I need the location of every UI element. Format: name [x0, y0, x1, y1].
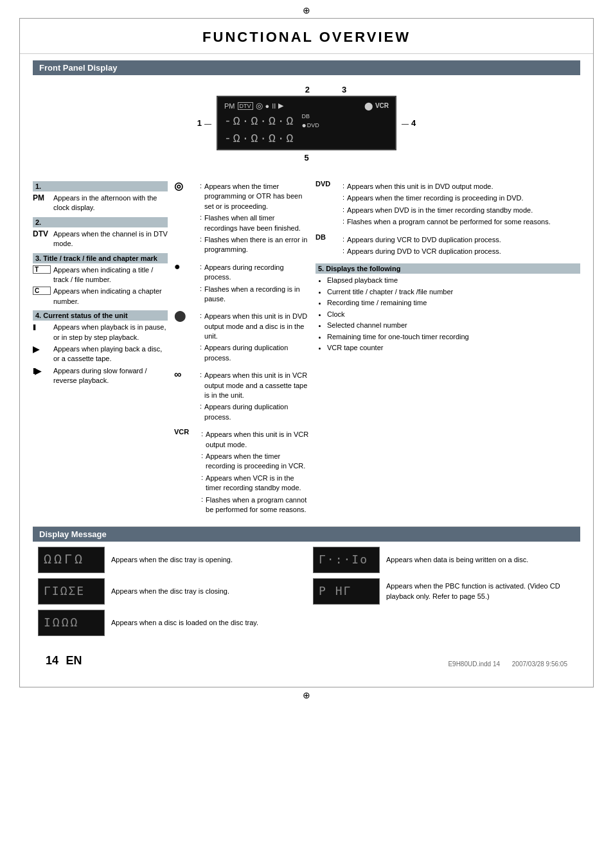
display-record-dot: ●: [265, 102, 270, 110]
load-display: ΙΩΩΩ: [38, 610, 105, 636]
timer-item-2: : Flashes when there is an error in prog…: [200, 235, 309, 255]
display-timer-icon: ◎: [256, 101, 263, 111]
diagram-container: 2 3 1 — PM DTV ◎ ●: [33, 75, 580, 172]
section-2-header: 2.: [33, 217, 168, 227]
reg-mark-bottom: ⊕: [0, 687, 613, 703]
db-row: DB : Appears during VCR to DVD duplicati…: [315, 233, 580, 259]
dvd-disc-row: ⬤ : Appears when this unit is in DVD out…: [174, 310, 309, 365]
load-seg-display: ΙΩΩΩ: [42, 612, 100, 630]
pause-desc: Appears when playback is in pause, or in…: [53, 323, 168, 342]
rec-item-1: : Flashes when a recording is in pause.: [200, 285, 309, 305]
dvd-desc-3: Flashes when a program cannot be perform…: [347, 217, 551, 227]
tape-desc-1: Appears during duplication process.: [204, 402, 309, 422]
list-item-5: Remaining time for one-touch timer recor…: [327, 332, 580, 342]
display-dvd: ●DVD: [301, 121, 319, 130]
label-1: 1: [197, 118, 202, 128]
list-item-4: Selected channel number: [327, 320, 580, 331]
pause-icon-label: II: [33, 323, 51, 332]
label-4: 4: [411, 118, 416, 128]
display-message-header: Display Message: [33, 527, 580, 542]
open-display: ΩΩΓΩ: [38, 547, 105, 573]
left-display-items: ΩΩΓΩ Appears when the disc tray is openi…: [38, 547, 300, 636]
list-item-1: Current title / chapter / track /file nu…: [327, 287, 580, 297]
dvd-desc-2: Appears when DVD is in the timer recordi…: [347, 206, 533, 215]
file-info: E9H80UD.indd 14 2007/03/28 9:56:05: [448, 660, 567, 668]
chapter-icon-desc: Appears when indicating a chapter number…: [53, 287, 168, 306]
data-seg-display: Γ·:·Ιo: [317, 549, 375, 567]
tape-icon-symbol: ∞: [174, 369, 192, 380]
file-date: 2007/03/28 9:56:05: [512, 660, 567, 668]
db-item-0: : Appears during VCR to DVD duplication …: [342, 235, 501, 245]
display-pause-icon: II: [272, 102, 276, 110]
timer-desc-0: Appears when the timer programming or OT…: [204, 182, 309, 211]
page-border: FUNCTIONAL OVERVIEW Front Panel Display …: [19, 18, 594, 687]
play-desc: Appears when playing back a disc, or a c…: [53, 344, 168, 364]
pbc-msg-desc: Appears when the PBC function is activat…: [386, 581, 575, 601]
page-footer: 14 EN E9H80UD.indd 14 2007/03/28 9:56:05: [20, 641, 593, 674]
data-msg-desc: Appears when data is being written on a …: [386, 555, 575, 565]
db-item-1: : Appears during DVD to VCR duplication …: [342, 247, 501, 256]
close-seg-display: ΓΙΩΣΕ: [42, 581, 100, 599]
db-desc-0: Appears during VCR to DVD duplication pr…: [347, 235, 501, 245]
dtv-label: DTV: [33, 229, 51, 238]
chapter-icon-item: C Appears when indicating a chapter numb…: [33, 287, 168, 306]
vcr-item-1: : Appears when the timer recording is pr…: [201, 452, 309, 472]
svg-text:ΓΙΩΣΕ: ΓΙΩΣΕ: [44, 584, 85, 598]
play-icon-label: ▶: [33, 344, 51, 354]
page-number: 14: [46, 654, 58, 667]
section-1-header: 1.: [33, 181, 168, 191]
pm-item: PM Appears in the afternoon with the clo…: [33, 193, 168, 213]
display-message-section: Display Message ΩΩΓΩ Appears when the di…: [33, 526, 580, 641]
pbc-display: Ρ ΗΓ: [313, 578, 380, 605]
open-seg-display: ΩΩΓΩ: [42, 549, 100, 567]
play-item: ▶ Appears when playing back a disc, or a…: [33, 344, 168, 364]
section-5-header: 5. Displays the following: [315, 263, 580, 274]
page-title: FUNCTIONAL OVERVIEW: [20, 19, 593, 54]
display-db: DB: [301, 113, 319, 120]
display-dtv: DTV: [238, 102, 253, 110]
svg-text:ΩΩΓΩ: ΩΩΓΩ: [44, 551, 85, 567]
slow-desc: Appears during slow forward / reverse pl…: [53, 366, 168, 386]
right-column: DVD : Appears when this unit is in DVD o…: [309, 177, 580, 518]
dvd-row: DVD : Appears when this unit is in DVD o…: [315, 180, 580, 229]
list-item-6: VCR tape counter: [327, 342, 580, 353]
file-name: E9H80UD.indd 14: [448, 660, 500, 668]
vcr-desc-1: Appears when the timer recording is proc…: [206, 452, 309, 472]
page-number-block: 14 EN: [46, 654, 82, 668]
dvd-disc-item-1: : Appears during duplication process.: [200, 343, 309, 363]
section-3-header: 3. Title / track / file and chapter mark: [33, 253, 168, 263]
db-desc-1: Appears during DVD to VCR duplication pr…: [347, 247, 501, 256]
list-item-2: Recording time / remaining time: [327, 297, 580, 308]
label-2: 2: [305, 85, 310, 94]
timer-icon-symbol: ◎: [174, 180, 192, 192]
tape-desc-0: Appears when this unit is in VCR output …: [204, 371, 309, 400]
dvd-item-1: : Appears when the timer recording is pr…: [342, 193, 551, 203]
display-pm: PM: [224, 102, 235, 110]
dvd-symbol: DVD: [315, 180, 335, 188]
dvd-item-0: : Appears when this unit is in DVD outpu…: [342, 182, 551, 191]
display-segment-row1: -Ω·Ω·Ω·Ω: [224, 115, 295, 128]
display-disc-icon: ⬤: [364, 102, 373, 111]
tape-item-1: : Appears during duplication process.: [200, 402, 309, 422]
title-icon-desc: Appears when indicating a title / track …: [53, 265, 168, 285]
data-msg-item: Γ·:·Ιo Appears when data is being writte…: [313, 547, 575, 573]
chapter-icon-label: C: [33, 287, 51, 295]
display-play-icon: ▶: [278, 102, 283, 110]
dvd-disc-desc-1: Appears during duplication process.: [204, 343, 309, 363]
title-icon-item: T Appears when indicating a title / trac…: [33, 265, 168, 285]
dvd-item-3: : Flashes when a program cannot be perfo…: [342, 217, 551, 227]
section-4-header: 4. Current status of the unit: [33, 310, 168, 321]
label-3: 3: [342, 85, 346, 94]
db-symbol: DB: [315, 233, 335, 241]
right-display-items: Γ·:·Ιo Appears when data is being writte…: [313, 547, 575, 636]
dvd-disc-item-0: : Appears when this unit is in DVD outpu…: [200, 312, 309, 341]
mid-column: ◎ : Appears when the timer programming o…: [168, 177, 309, 518]
tape-item-0: : Appears when this unit is in VCR outpu…: [200, 371, 309, 400]
open-msg-item: ΩΩΓΩ Appears when the disc tray is openi…: [38, 547, 300, 573]
dvd-desc-0: Appears when this unit is in DVD output …: [347, 182, 493, 191]
rec-item-0: : Appears during recording process.: [200, 263, 309, 283]
pause-item: II Appears when playback is in pause, or…: [33, 323, 168, 342]
vcr-desc-3: Flashes when a program cannot be perform…: [206, 495, 309, 515]
vcr-desc-2: Appears when VCR is in the timer recordi…: [206, 474, 309, 493]
rec-desc-0: Appears during recording process.: [204, 263, 309, 283]
